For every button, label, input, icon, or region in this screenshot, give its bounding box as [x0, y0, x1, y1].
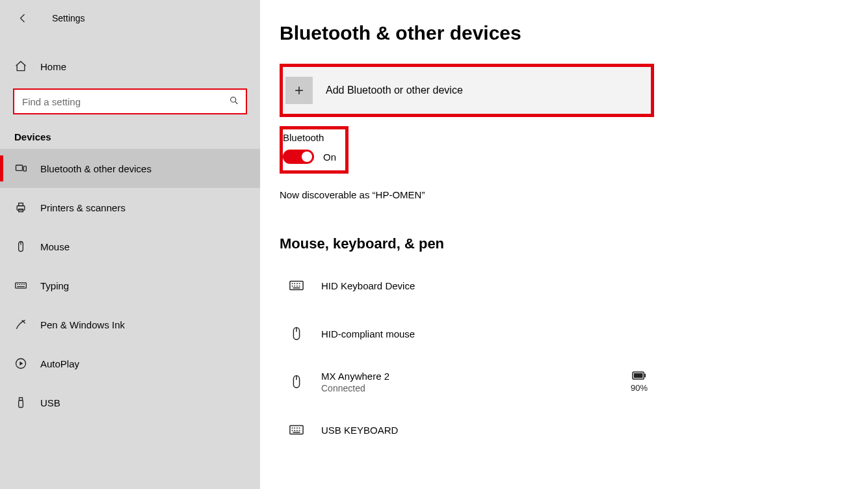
device-status: Connected: [321, 383, 389, 393]
discoverable-status: Now discoverable as “HP-OMEN”: [280, 189, 842, 200]
device-name: HID Keyboard Device: [321, 280, 415, 291]
printer-icon: [13, 200, 29, 215]
mouse-keyboard-pen-heading: Mouse, keyboard, & pen: [280, 235, 842, 252]
device-item-hid-mouse[interactable]: HID-compliant mouse: [280, 310, 654, 358]
main-content: Bluetooth & other devices + Add Bluetoot…: [260, 0, 868, 489]
settings-sidebar: Settings Home Devices Bluetooth & other …: [0, 0, 260, 489]
sidebar-item-label: Pen & Windows Ink: [40, 319, 125, 330]
plus-icon: +: [285, 77, 313, 104]
home-icon: [13, 59, 29, 74]
pen-icon: [13, 317, 29, 332]
sidebar-item-label: Printers & scanners: [40, 202, 125, 213]
sidebar-category: Devices: [0, 114, 260, 149]
device-battery: 90%: [631, 371, 648, 393]
device-item-usb-keyboard[interactable]: USB KEYBOARD: [280, 406, 654, 454]
devices-icon: [13, 161, 29, 176]
device-item-mx-anywhere[interactable]: MX Anywhere 2 Connected 90%: [280, 358, 654, 406]
svg-rect-4: [19, 203, 23, 205]
sidebar-item-autoplay[interactable]: AutoPlay: [0, 344, 260, 383]
back-button[interactable]: [14, 9, 33, 27]
svg-rect-1: [16, 165, 23, 170]
autoplay-icon: [13, 356, 29, 371]
svg-rect-17: [290, 426, 303, 434]
sidebar-nav: Bluetooth & other devices Printers & sca…: [0, 149, 260, 422]
window-title: Settings: [52, 13, 85, 23]
add-device-label: Add Bluetooth or other device: [326, 85, 463, 96]
sidebar-item-pen[interactable]: Pen & Windows Ink: [0, 305, 260, 344]
device-list: HID Keyboard Device HID-compliant mouse …: [280, 261, 842, 454]
svg-rect-10: [19, 401, 23, 408]
sidebar-item-label: USB: [40, 397, 60, 408]
search-input[interactable]: [14, 90, 246, 113]
sidebar-item-label: Home: [40, 61, 66, 72]
sidebar-item-label: AutoPlay: [40, 358, 79, 369]
sidebar-item-label: Mouse: [40, 241, 70, 252]
svg-rect-2: [23, 166, 26, 171]
page-title: Bluetooth & other devices: [280, 22, 842, 44]
device-name: HID-compliant mouse: [321, 328, 415, 339]
add-device-button[interactable]: + Add Bluetooth or other device: [280, 64, 654, 117]
bluetooth-state: On: [323, 152, 336, 163]
keyboard-icon: [285, 274, 308, 297]
mouse-icon: [285, 370, 308, 393]
titlebar: Settings: [0, 5, 260, 31]
bluetooth-toggle[interactable]: [283, 150, 314, 164]
bluetooth-label: Bluetooth: [283, 132, 336, 143]
sidebar-item-label: Bluetooth & other devices: [40, 163, 151, 174]
svg-rect-11: [290, 282, 303, 290]
mouse-icon: [285, 322, 308, 345]
keyboard-icon: [13, 278, 29, 293]
mouse-icon: [13, 239, 29, 254]
search-container: [13, 88, 247, 114]
device-name: USB KEYBOARD: [321, 425, 398, 436]
device-item-hid-keyboard[interactable]: HID Keyboard Device: [280, 261, 654, 310]
svg-rect-16: [634, 373, 643, 378]
battery-icon: [632, 371, 646, 380]
battery-percent: 90%: [631, 383, 648, 393]
sidebar-item-home[interactable]: Home: [0, 51, 260, 82]
sidebar-item-printers[interactable]: Printers & scanners: [0, 188, 260, 227]
usb-icon: [13, 395, 29, 410]
sidebar-item-usb[interactable]: USB: [0, 383, 260, 422]
sidebar-item-bluetooth[interactable]: Bluetooth & other devices: [0, 149, 260, 188]
keyboard-icon: [285, 418, 308, 442]
svg-rect-7: [16, 283, 27, 288]
toggle-knob: [302, 152, 312, 162]
bluetooth-toggle-section: Bluetooth On: [280, 126, 349, 174]
device-name: MX Anywhere 2: [321, 371, 389, 382]
sidebar-item-mouse[interactable]: Mouse: [0, 227, 260, 266]
sidebar-item-label: Typing: [40, 280, 69, 291]
sidebar-item-typing[interactable]: Typing: [0, 266, 260, 305]
svg-rect-15: [644, 374, 646, 378]
